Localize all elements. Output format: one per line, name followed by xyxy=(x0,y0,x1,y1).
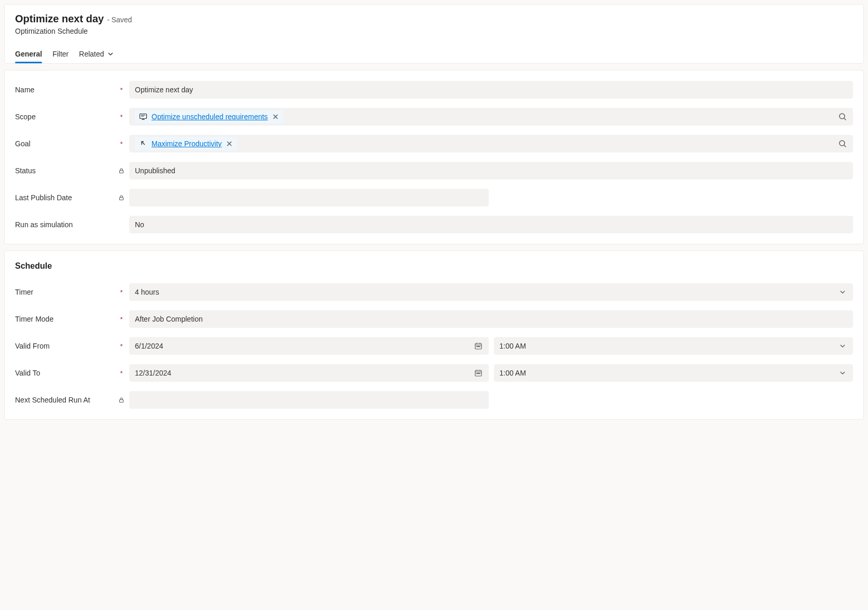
tab-general[interactable]: General xyxy=(15,46,42,63)
search-icon[interactable] xyxy=(838,139,847,148)
valid-to-label: Valid To xyxy=(15,369,114,377)
timer-label: Timer xyxy=(15,288,114,296)
status-label: Status xyxy=(15,167,114,175)
last-publish-label: Last Publish Date xyxy=(15,193,114,202)
row-valid-to: Valid To * 12/31/2024 1:00 AM xyxy=(15,364,853,382)
valid-from-time-value: 1:00 AM xyxy=(500,342,834,350)
tab-filter-label: Filter xyxy=(52,50,68,58)
goal-lookup[interactable]: Maximize Productivity xyxy=(129,135,853,152)
lock-icon xyxy=(118,195,125,201)
status-field: Unpublished xyxy=(129,162,853,179)
svg-point-6 xyxy=(476,346,477,346)
svg-rect-3 xyxy=(120,171,123,173)
svg-point-12 xyxy=(479,373,479,373)
calendar-icon[interactable] xyxy=(474,341,483,351)
calendar-icon[interactable] xyxy=(474,368,483,378)
schedule-section-title: Schedule xyxy=(15,261,853,271)
scope-link[interactable]: Optimize unscheduled requirements xyxy=(151,113,268,121)
name-value: Optimize next day xyxy=(135,86,847,94)
scope-label: Scope xyxy=(15,113,114,121)
row-status: Status Unpublished xyxy=(15,162,853,179)
entity-name: Optimization Schedule xyxy=(15,27,853,35)
last-publish-field xyxy=(129,189,489,206)
row-scope: Scope * Optimize unscheduled requirement… xyxy=(15,108,853,126)
row-name: Name * Optimize next day xyxy=(15,81,853,99)
required-icon: * xyxy=(120,315,122,323)
svg-point-10 xyxy=(476,373,477,373)
timer-mode-input[interactable]: After Job Completion xyxy=(129,310,853,328)
search-icon[interactable] xyxy=(838,112,847,121)
lock-icon xyxy=(118,168,125,174)
required-icon: * xyxy=(120,369,122,377)
valid-to-time-value: 1:00 AM xyxy=(500,369,834,377)
svg-rect-13 xyxy=(120,400,123,403)
next-run-label: Next Scheduled Run At xyxy=(15,396,114,404)
scope-remove-icon[interactable] xyxy=(272,113,279,120)
valid-from-date-value: 6/1/2024 xyxy=(135,342,470,350)
tab-filter[interactable]: Filter xyxy=(52,46,68,63)
goal-remove-icon[interactable] xyxy=(226,140,233,147)
required-icon: * xyxy=(120,86,122,94)
lock-icon xyxy=(118,397,125,403)
section-general: Name * Optimize next day Scope * xyxy=(4,70,864,244)
run-sim-label: Run as simulation xyxy=(15,220,114,229)
valid-from-label: Valid From xyxy=(15,342,114,350)
name-input[interactable]: Optimize next day xyxy=(129,81,853,99)
row-timer: Timer * 4 hours xyxy=(15,283,853,301)
svg-point-7 xyxy=(478,346,478,346)
scope-entity-icon xyxy=(139,113,147,121)
row-valid-from: Valid From * 6/1/2024 1:00 AM xyxy=(15,337,853,355)
next-run-field xyxy=(129,391,489,409)
valid-to-date-input[interactable]: 12/31/2024 xyxy=(129,364,489,382)
required-icon: * xyxy=(120,288,122,296)
run-sim-field[interactable]: No xyxy=(129,216,853,233)
scope-lookup[interactable]: Optimize unscheduled requirements xyxy=(129,108,853,126)
row-goal: Goal * Maximize Productivity xyxy=(15,135,853,152)
svg-point-8 xyxy=(479,346,479,346)
required-icon: * xyxy=(120,113,122,121)
tab-related[interactable]: Related xyxy=(79,46,113,63)
row-run-sim: Run as simulation No xyxy=(15,216,853,233)
section-schedule: Schedule Timer * 4 hours Timer Mode * Af… xyxy=(4,251,864,420)
valid-to-time-select[interactable]: 1:00 AM xyxy=(494,364,853,382)
svg-point-1 xyxy=(839,114,845,119)
tab-general-label: General xyxy=(15,50,42,58)
row-timer-mode: Timer Mode * After Job Completion xyxy=(15,310,853,328)
timer-value: 4 hours xyxy=(135,288,834,296)
status-value: Unpublished xyxy=(135,167,847,175)
svg-rect-4 xyxy=(120,198,123,200)
goal-pill: Maximize Productivity xyxy=(135,137,237,150)
valid-to-date-value: 12/31/2024 xyxy=(135,369,470,377)
name-label: Name xyxy=(15,86,114,94)
valid-from-date-input[interactable]: 6/1/2024 xyxy=(129,337,489,355)
form-header: Optimize next day - Saved Optimization S… xyxy=(4,4,864,64)
chevron-down-icon xyxy=(838,287,847,297)
row-last-publish: Last Publish Date xyxy=(15,189,853,206)
svg-point-2 xyxy=(839,141,845,146)
required-icon: * xyxy=(120,140,122,148)
scope-pill: Optimize unscheduled requirements xyxy=(135,110,283,123)
chevron-down-icon xyxy=(838,368,847,378)
chevron-down-icon xyxy=(838,341,847,351)
run-sim-value: No xyxy=(135,220,847,229)
goal-entity-icon xyxy=(139,140,147,148)
page-title: Optimize next day xyxy=(15,13,104,25)
goal-link[interactable]: Maximize Productivity xyxy=(151,140,222,148)
row-next-run: Next Scheduled Run At xyxy=(15,391,853,409)
svg-point-11 xyxy=(478,373,478,373)
chevron-down-icon xyxy=(107,51,114,57)
timer-mode-label: Timer Mode xyxy=(15,315,114,323)
tab-list: General Filter Related xyxy=(15,46,853,63)
timer-select[interactable]: 4 hours xyxy=(129,283,853,301)
valid-from-time-select[interactable]: 1:00 AM xyxy=(494,337,853,355)
required-icon: * xyxy=(120,342,122,350)
tab-related-label: Related xyxy=(79,50,104,58)
timer-mode-value: After Job Completion xyxy=(135,315,847,323)
save-state: - Saved xyxy=(107,16,132,24)
goal-label: Goal xyxy=(15,140,114,148)
